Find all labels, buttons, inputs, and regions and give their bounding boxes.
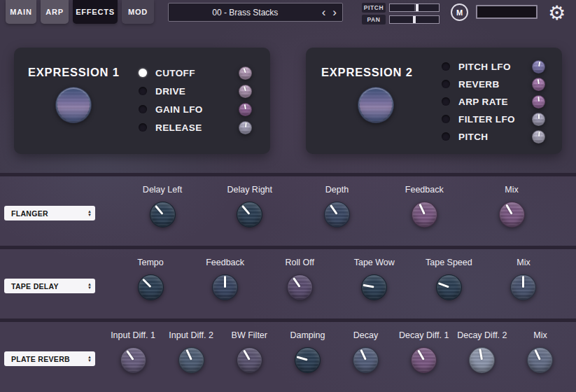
- delay-right-knob[interactable]: [237, 202, 262, 227]
- tape-wow-knob[interactable]: [361, 274, 387, 300]
- knob-label: Mix: [505, 185, 518, 195]
- option-label: DRIVE: [155, 86, 239, 97]
- knob-cell-tempo: Tempo: [120, 258, 181, 300]
- mix-knob[interactable]: [527, 347, 553, 373]
- cutoff-depth-knob[interactable]: [239, 66, 252, 80]
- knob-cell-mix: Mix: [512, 330, 568, 373]
- tab-effects[interactable]: EFFECTS: [73, 0, 118, 24]
- preset-prev-icon[interactable]: ‹: [322, 6, 326, 18]
- knob-cell-tape-wow: Tape Wow: [344, 258, 405, 300]
- arp-rate-depth-knob[interactable]: [532, 95, 545, 108]
- down-triangle-icon: ▼: [87, 214, 92, 217]
- tape-speed-knob[interactable]: [436, 274, 462, 300]
- preset-name: 00 - Brass Stacks: [169, 8, 322, 18]
- expression-option-pitch-lfo[interactable]: PITCH LFO: [442, 59, 545, 74]
- gain-lfo-depth-knob[interactable]: [239, 103, 252, 116]
- updown-arrows-icon: ▲▼: [87, 210, 92, 217]
- tab-mod[interactable]: MOD: [122, 0, 154, 24]
- expression-option-pitch[interactable]: PITCH: [442, 130, 545, 144]
- knob-label: Decay Diff. 2: [457, 330, 507, 340]
- depth-knob[interactable]: [324, 202, 350, 227]
- updown-arrows-icon: ▲▼: [87, 356, 92, 363]
- release-depth-knob[interactable]: [239, 121, 252, 134]
- radio-dot[interactable]: [139, 87, 147, 95]
- option-label: FILTER LFO: [458, 114, 532, 125]
- expression1-title: EXPRESSION 1: [28, 66, 120, 79]
- bw-filter-knob[interactable]: [237, 347, 262, 373]
- knob-label: Mix: [533, 330, 547, 340]
- knob-label: Input Diff. 1: [111, 330, 155, 340]
- selector-label: PLATE REVERB: [11, 355, 70, 363]
- radio-dot[interactable]: [139, 105, 147, 113]
- tab-arp[interactable]: ARP: [41, 0, 69, 24]
- delay-left-knob[interactable]: [150, 202, 176, 227]
- knob-label: Tempo: [137, 258, 164, 267]
- knob-label: Delay Right: [227, 185, 272, 195]
- roll-off-knob[interactable]: [287, 274, 313, 300]
- pitch-lfo-depth-knob[interactable]: [532, 60, 545, 74]
- flanger-effect-selector[interactable]: FLANGER ▲▼: [4, 206, 95, 220]
- knob-cell-decay: Decay: [338, 330, 394, 373]
- option-label: ARP RATE: [458, 97, 532, 107]
- radio-dot[interactable]: [442, 62, 450, 71]
- expression-option-cutoff[interactable]: CUTOFF: [139, 66, 252, 80]
- tape-delay-effect-selector[interactable]: TAPE DELAY ▲▼: [4, 279, 95, 293]
- preset-next-icon[interactable]: ›: [332, 6, 337, 18]
- pan-slider[interactable]: [389, 15, 440, 24]
- knob-label: Decay: [353, 330, 378, 340]
- pan-slider-thumb[interactable]: [413, 16, 416, 23]
- down-triangle-icon: ▼: [87, 286, 92, 290]
- expression-option-release[interactable]: RELEASE: [139, 120, 252, 134]
- expression-option-drive[interactable]: DRIVE: [139, 84, 252, 98]
- mono-button[interactable]: M: [451, 4, 468, 21]
- damping-knob[interactable]: [295, 347, 321, 373]
- flanger-knob-strip: Delay Left Delay Right Depth Feedback Mi…: [131, 185, 543, 227]
- pan-row: PAN: [362, 15, 440, 24]
- plate-reverb-effect-selector[interactable]: PLATE REVERB ▲▼: [4, 351, 95, 366]
- tape-delay-knob-strip: Tempo Feedback Roll Off Tape Wow Tape Sp…: [120, 258, 554, 300]
- feedback-knob[interactable]: [212, 274, 238, 300]
- settings-gear-icon[interactable]: ⚙: [548, 1, 566, 26]
- knob-cell-decay-diff-2: Decay Diff. 2: [454, 330, 510, 373]
- expression1-macro-knob[interactable]: [55, 87, 92, 123]
- option-label: PITCH: [458, 132, 532, 142]
- tab-main[interactable]: MAIN: [6, 0, 36, 24]
- expression-option-reverb[interactable]: REVERB: [442, 77, 545, 91]
- expression-option-gain-lfo[interactable]: GAIN LFO: [139, 102, 252, 116]
- knob-cell-roll-off: Roll Off: [269, 258, 330, 300]
- mix-knob[interactable]: [499, 202, 525, 227]
- expression-option-arp-rate[interactable]: ARP RATE: [442, 94, 545, 108]
- filter-lfo-depth-knob[interactable]: [532, 113, 545, 126]
- input-diff-1-knob[interactable]: [120, 347, 146, 373]
- radio-dot[interactable]: [442, 97, 450, 106]
- mix-knob[interactable]: [510, 274, 536, 300]
- pitch-slider-thumb[interactable]: [416, 4, 419, 11]
- decay-diff-1-knob[interactable]: [411, 347, 437, 373]
- expression1-panel: EXPRESSION 1 CUTOFF DRIVE GAIN LFO RELEA…: [14, 48, 270, 154]
- knob-cell-input-diff-1: Input Diff. 1: [105, 330, 161, 373]
- preset-selector[interactable]: 00 - Brass Stacks ‹ ›: [168, 3, 343, 22]
- feedback-knob[interactable]: [412, 202, 437, 227]
- knob-cell-feedback: Feedback: [393, 185, 456, 227]
- knob-cell-depth: Depth: [306, 185, 369, 227]
- expression2-macro-knob[interactable]: [358, 87, 394, 123]
- pitch-slider[interactable]: [389, 4, 440, 12]
- radio-dot[interactable]: [442, 132, 450, 141]
- knob-cell-tape-speed: Tape Speed: [419, 258, 479, 300]
- tempo-knob[interactable]: [138, 274, 164, 300]
- tape-delay-section: TAPE DELAY ▲▼ Tempo Feedback Roll Off Ta…: [0, 246, 576, 318]
- reverb-depth-knob[interactable]: [532, 78, 545, 91]
- radio-dot[interactable]: [442, 80, 450, 88]
- knob-label: Feedback: [206, 258, 244, 267]
- input-diff-2-knob[interactable]: [178, 347, 204, 373]
- radio-dot[interactable]: [139, 123, 147, 132]
- radio-dot[interactable]: [442, 115, 450, 123]
- decay-diff-2-knob[interactable]: [469, 347, 495, 373]
- decay-knob[interactable]: [353, 347, 379, 373]
- flanger-section: FLANGER ▲▼ Delay Left Delay Right Depth …: [0, 173, 576, 246]
- radio-dot[interactable]: [139, 69, 147, 77]
- expression-option-filter-lfo[interactable]: FILTER LFO: [442, 112, 545, 126]
- pitch-depth-knob[interactable]: [532, 130, 545, 144]
- pitch-label: PITCH: [362, 3, 386, 13]
- drive-depth-knob[interactable]: [239, 85, 252, 98]
